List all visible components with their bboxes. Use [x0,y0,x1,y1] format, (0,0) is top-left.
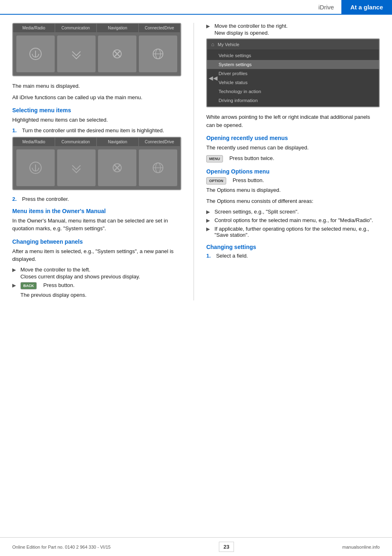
option-button-mockup: OPTION [206,177,226,185]
options-instruction: Press button. [233,177,264,183]
bmw-menu-item-driver-profiles: Driver profiles [207,69,379,78]
screen-tab-comm: Communication [55,24,97,32]
bmw-menu-header: ⌂ My Vehicle [207,39,379,49]
screen-tile-1 [16,36,55,72]
changing-panels-heading: Changing between panels [12,238,181,245]
step-1-item: 1. Turn the controller until the desired… [12,127,181,133]
arrow-left-icon: ◀◀ [209,75,218,81]
option-btn-row: OPTION Press button. [206,177,380,185]
menu-items-heading: Menu items in the Owner's Manual [12,208,181,214]
screen-tab-connected: ConnectedDrive [139,24,181,32]
step-1-text: Turn the controller until the desired me… [22,127,164,133]
screen-mockup-2: Media/Radio Communication Navigation Con… [12,137,181,190]
screen-top-bar-2: Media/Radio Communication Navigation Con… [13,138,180,146]
header-at-a-glance-label: At a glance [341,0,392,14]
options-heading: Opening Options menu [206,168,380,175]
screen-tile-2 [57,36,96,72]
screen-top-bar-1: Media/Radio Communication Navigation Con… [13,24,180,32]
screen-tile-2-2 [57,149,96,186]
step-2-item: 2. Press the controller. [12,196,181,202]
changing-panels-text: After a menu item is selected, e.g., "Sy… [12,247,181,263]
selecting-intro: Highlighted menu items can be selected. [12,116,181,124]
screen-tile-2-1 [16,149,55,186]
screen-tile-2-3 [98,149,136,186]
recently-used-text: The recently used menus can be displayed… [206,144,380,152]
bmw-menu-items: Vehicle settings System settings Driver … [207,49,379,107]
right-column: ▶ Move the controller to the right. New … [194,23,380,300]
header-idrive-label: iDrive [311,4,341,11]
bullet-right-text-group: Move the controller to the right. New di… [214,23,287,36]
bullet-right-sub: New display is opened. [214,30,287,36]
recently-used-heading: Opening recently used menus [206,135,380,141]
bullet1-arrow: ▶ [12,267,18,280]
bullet-back-button: ▶ BACK Press button. The previous displa… [12,282,181,298]
bullet2-sub: The previous display opens. [20,292,87,298]
menu-button-mockup: MENU [206,155,223,162]
page-number: 23 [219,542,234,552]
white-arrows-text: White arrows pointing to the left or rig… [206,113,380,129]
options-bullet-3: ▶ If applicable, further operating optio… [206,226,380,238]
options-bullet-2: ▶ Control options for the selected main … [206,217,380,223]
page-header: iDrive At a glance [0,0,392,15]
options-consists: The Options menu consists of different a… [206,197,380,205]
screen-tile-4 [139,36,177,72]
screen-tab-nav: Navigation [97,24,139,32]
step-1-num: 1. [12,127,19,133]
recently-used-instruction: Press button twice. [229,155,274,161]
left-column: Media/Radio Communication Navigation Con… [12,23,194,300]
bullet-move-right: ▶ Move the controller to the right. New … [206,23,380,36]
home-icon: ⌂ [211,41,214,47]
bullet1-sub: Closes current display and shows previou… [20,274,140,280]
screen-mockup-1: Media/Radio Communication Navigation Con… [12,23,181,76]
intro-text-1: The main menu is displayed. [12,82,181,90]
options-bullet2-text: Control options for the selected main me… [214,217,373,223]
options-bullet2-arrow: ▶ [206,218,212,223]
main-content: Media/Radio Communication Navigation Con… [0,15,392,309]
screen-tab-comm-2: Communication [55,138,97,146]
screen-tile-2-4 [139,149,177,186]
changing-settings-step1-text: Select a field. [216,253,248,259]
bullet2-arrow: ▶ [12,282,18,298]
changing-settings-step1: 1. Select a field. [206,253,380,259]
changing-settings-heading: Changing settings [206,244,380,250]
bullet2-text: Press button. [43,282,75,288]
menu-items-text: In the Owner's Manual, menu items that c… [12,217,181,233]
options-bullet3-text: If applicable, further operating options… [214,226,380,238]
intro-text-2: All iDrive functions can be called up vi… [12,93,181,102]
bmw-menu-item-vehicle-settings: Vehicle settings [207,51,379,60]
step-2-num: 2. [12,196,19,202]
footer-right-text: manualsonline.info [342,545,380,549]
options-bullet1-text: Screen settings, e.g., "Split screen". [214,209,299,215]
menu-btn-row: MENU Press button twice. [206,155,380,162]
back-btn-row: BACK Press button. [20,282,87,289]
screen-body-2 [13,146,180,189]
bullet-right-text: Move the controller to the right. [214,23,287,29]
bmw-menu-item-driving-info: Driving information [207,96,379,105]
screen-tab-connected-2: ConnectedDrive [139,138,181,146]
options-bullet1-arrow: ▶ [206,209,212,215]
screen-body-1 [13,32,180,76]
options-bullet3-arrow: ▶ [206,226,212,238]
page-footer: Online Edition for Part no. 0140 2 964 3… [0,537,392,556]
footer-left-text: Online Edition for Part no. 0140 2 964 3… [12,545,111,549]
selecting-heading: Selecting menu items [12,107,181,113]
screen-tab-media-2: Media/Radio [13,138,55,146]
bmw-menu-item-vehicle-status: Vehicle status [207,78,379,87]
screen-tab-media: Media/Radio [13,24,55,32]
bullet1-text: Move the controller to the left. [20,267,140,273]
bmw-menu-screen: ⌂ My Vehicle ◀◀ Vehicle settings System … [206,38,380,107]
bmw-menu-item-system-settings: System settings [207,60,379,69]
bmw-menu-wrapper: ◀◀ Vehicle settings System settings Driv… [207,49,379,107]
step-2-text: Press the controller. [22,196,69,202]
bullet-move-left: ▶ Move the controller to the left. Close… [12,267,181,280]
options-displayed: The Options menu is displayed. [206,186,380,194]
screen-tile-3 [98,36,136,72]
bmw-menu-item-technology: Technology in action [207,87,379,96]
back-button-mockup: BACK [20,282,37,289]
bullet-right-arrow: ▶ [206,23,212,36]
changing-settings-step1-num: 1. [206,253,213,259]
bmw-menu-header-text: My Vehicle [218,42,239,47]
bullet2-text-group: BACK Press button. The previous display … [20,282,87,298]
screen-tab-nav-2: Navigation [97,138,139,146]
bullet1-text-group: Move the controller to the left. Closes … [20,267,140,280]
